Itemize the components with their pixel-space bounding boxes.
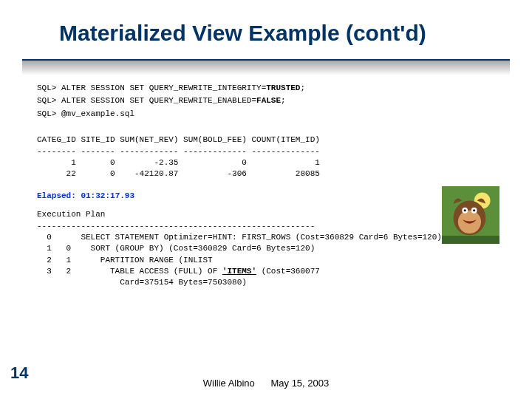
plan-line-0: 0 SELECT STATEMENT Optimizer=HINT: FIRST…: [37, 232, 502, 243]
plan-line-3: 3 2 TABLE ACCESS (FULL) OF 'ITEMS' (Cost…: [37, 266, 502, 277]
sql1-bold: TRUSTED: [266, 83, 300, 92]
sql-line-2: SQL> ALTER SESSION SET QUERY_REWRITE_ENA…: [37, 95, 502, 106]
footer: Willie Albino May 15, 2003: [0, 378, 532, 389]
table-row: 1 0 -2.35 0 1: [37, 157, 502, 168]
plan3-suffix: (Cost=360077: [256, 267, 320, 276]
sql1-suffix: ;: [300, 83, 305, 92]
plan-line-4: Card=375154 Bytes=7503080): [37, 277, 502, 288]
slide-title: Materialized View Example (cont'd): [0, 0, 532, 55]
footer-author: Willie Albino: [203, 378, 255, 389]
sql-line-3: SQL> @mv_example.sql: [37, 109, 502, 120]
footer-date: May 15, 2003: [270, 378, 329, 389]
table-separator: -------- ------- ------------ ----------…: [37, 146, 502, 157]
plan3-bold: 'ITEMS': [222, 267, 256, 276]
elapsed-value: 01:32:17.93: [81, 191, 134, 200]
plan-separator: ----------------------------------------…: [37, 221, 502, 232]
sql-line-1: SQL> ALTER SESSION SET QUERY_REWRITE_INT…: [37, 83, 502, 94]
sql2-prefix: SQL> ALTER SESSION SET QUERY_REWRITE_ENA…: [37, 96, 256, 105]
table-row: 22 0 -42120.87 -306 28085: [37, 168, 502, 180]
plan3-prefix: 3 2 TABLE ACCESS (FULL) OF: [37, 267, 222, 276]
elapsed-time: Elapsed: 01:32:17.93: [37, 191, 502, 202]
cartoon-character-icon: [442, 186, 499, 244]
title-shadow: [22, 61, 510, 75]
svg-point-7: [473, 209, 475, 211]
execution-plan-header: Execution Plan: [37, 209, 502, 220]
table-header: CATEG_ID SITE_ID SUM(NET_REV) SUM(BOLD_F…: [37, 134, 502, 146]
sql2-suffix: ;: [281, 96, 286, 105]
sql2-bold: FALSE: [256, 96, 281, 105]
sql1-prefix: SQL> ALTER SESSION SET QUERY_REWRITE_INT…: [37, 83, 266, 92]
elapsed-label: Elapsed:: [37, 191, 81, 200]
plan-line-1: 1 0 SORT (GROUP BY) (Cost=360829 Card=6 …: [37, 243, 502, 254]
svg-point-6: [464, 209, 466, 211]
plan-line-2: 2 1 PARTITION RANGE (INLIST: [37, 255, 502, 266]
svg-rect-8: [442, 236, 499, 244]
